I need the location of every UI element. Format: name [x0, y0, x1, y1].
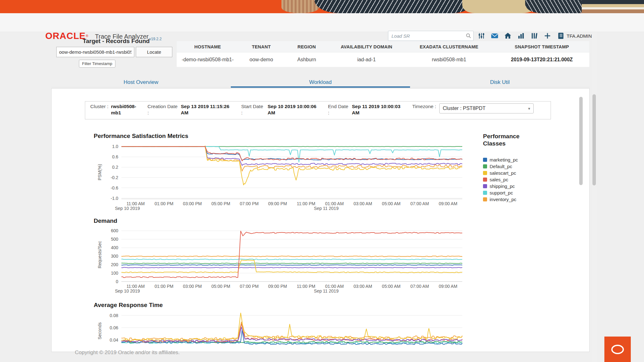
info-pair: Cluster :rwsbi0508-mb1 — [90, 103, 140, 119]
svg-text:11:00 AM: 11:00 AM — [126, 284, 145, 289]
svg-text:11:00 PM: 11:00 PM — [297, 201, 315, 206]
column-header: AVAILABILITY DOMAIN — [329, 44, 403, 49]
app-version: v19.2.2 — [149, 37, 161, 41]
column-header: SNAPSHOT TIMESTAMP — [494, 44, 589, 49]
card-scrollbar[interactable] — [579, 97, 583, 185]
svg-text:01:00 PM: 01:00 PM — [155, 201, 174, 206]
svg-text:400: 400 — [111, 245, 119, 250]
svg-text:-1.0: -1.0 — [111, 196, 118, 201]
info-pair: Start Date :Sep 10 2019 10:00:06 AM — [241, 103, 320, 119]
info-label: End Date : — [328, 103, 350, 119]
tab-workload[interactable]: Workload — [231, 77, 410, 87]
svg-text:07:00 PM: 07:00 PM — [240, 284, 259, 289]
info-label: Cluster : — [90, 103, 109, 119]
svg-text:PSM(%): PSM(%) — [97, 164, 102, 180]
table-cell: rwsbi0508-mb1 — [404, 57, 495, 63]
workload-panel: Cluster :rwsbi0508-mb1Creation Date :Sep… — [51, 88, 590, 352]
svg-text:05:00 AM: 05:00 AM — [382, 284, 401, 289]
timezone-select[interactable]: Cluster : PST8PDT ▾ — [439, 103, 534, 113]
mail-icon[interactable] — [491, 32, 499, 40]
svg-text:05:00 PM: 05:00 PM — [211, 201, 230, 206]
psm-chart-plot: 1.00.60.2-0.2-0.6-1.011:00 AM01:00 PM03:… — [86, 140, 495, 211]
svg-text:600: 600 — [111, 228, 119, 233]
demand-chart-plot: 600500400300200100011:00 AM01:00 PM03:00… — [86, 226, 495, 293]
table-cell: Ashburn — [284, 57, 329, 63]
svg-text:07:00 AM: 07:00 AM — [410, 201, 429, 206]
chevron-down-icon: ▾ — [528, 106, 530, 111]
load-sr-search[interactable] — [388, 31, 474, 41]
svg-text:03:00 PM: 03:00 PM — [183, 284, 202, 289]
library-columns-icon[interactable] — [530, 32, 538, 40]
target-input[interactable] — [56, 47, 134, 57]
svg-text:03:00 PM: 03:00 PM — [183, 201, 202, 206]
banner-artwork — [582, 0, 644, 13]
filter-timestamp-button[interactable]: Filter Timestamp — [79, 60, 115, 68]
header-toolbar — [477, 32, 565, 40]
svg-text:Sep 11 2019: Sep 11 2019 — [314, 288, 339, 293]
svg-text:05:00 AM: 05:00 AM — [382, 201, 401, 206]
copyright: Copyright © 2019 Oracle and/or its affil… — [75, 349, 180, 356]
svg-text:11:00 AM: 11:00 AM — [126, 201, 145, 206]
svg-text:0: 0 — [116, 279, 118, 284]
bar-chart-icon[interactable] — [517, 32, 525, 40]
svg-text:07:00 PM: 07:00 PM — [240, 201, 259, 206]
column-header: REGION — [284, 44, 329, 49]
filter-sliders-icon[interactable] — [477, 32, 486, 40]
oracle-logo-text: ORACLE — [45, 31, 86, 41]
cluster-info-pairs: Cluster :rwsbi0508-mb1Creation Date :Sep… — [90, 103, 412, 119]
oracle-chat-icon — [609, 343, 626, 356]
svg-text:200: 200 — [111, 262, 119, 267]
timezone-label: Timezone : — [412, 103, 437, 119]
home-icon[interactable] — [504, 32, 512, 40]
table-cell: -demo-rwsbi0508-mb1- — [177, 57, 239, 63]
page-scrollbar[interactable] — [592, 32, 597, 362]
svg-text:-0.2: -0.2 — [111, 175, 118, 180]
add-icon[interactable] — [543, 32, 552, 40]
svg-text:01:00 PM: 01:00 PM — [155, 284, 174, 289]
journal-icon[interactable] — [557, 32, 565, 40]
chart-title: Demand — [94, 217, 117, 224]
locate-button[interactable]: Locate — [136, 47, 172, 57]
svg-text:01:00 AM: 01:00 AM — [325, 284, 344, 289]
banner-artwork — [281, 0, 319, 13]
info-pair: End Date :Sep 11 2019 10:00:03 AM — [328, 103, 405, 119]
svg-text:0.2: 0.2 — [112, 165, 119, 170]
info-value: rwsbi0508-mb1 — [111, 103, 140, 119]
timezone-value: Cluster : PST8PDT — [443, 106, 486, 111]
user-menu[interactable]: TFA.ADMIN▾ — [567, 33, 596, 39]
svg-text:Sep 11 2019: Sep 11 2019 — [314, 206, 339, 211]
svg-text:100: 100 — [111, 271, 119, 276]
search-input[interactable] — [388, 31, 463, 41]
records-table: HOSTNAMETENANTREGIONAVAILABILITY DOMAINE… — [177, 41, 589, 67]
svg-text:11:00 PM: 11:00 PM — [297, 284, 315, 289]
chart-title: Performance Satisfaction Metrics — [94, 133, 188, 140]
svg-text:09:00 PM: 09:00 PM — [268, 201, 287, 206]
svg-text:03:00 AM: 03:00 AM — [353, 201, 372, 206]
app-window: ORACLE® Trace File Analyzerv19.2.2 TFA.A… — [0, 0, 644, 362]
svg-text:Sep 10 2019: Sep 10 2019 — [115, 206, 140, 211]
chat-button[interactable] — [604, 337, 631, 362]
search-icon[interactable] — [465, 33, 472, 39]
svg-text:500: 500 — [111, 237, 119, 242]
svg-text:0.6: 0.6 — [112, 154, 119, 159]
psm-chart: Performance Satisfaction Metrics 1.00.60… — [86, 129, 495, 214]
table-header-row: HOSTNAMETENANTREGIONAVAILABILITY DOMAINE… — [177, 41, 589, 52]
table-cell: iad-ad-1 — [329, 57, 403, 63]
banner-artwork — [314, 0, 472, 13]
svg-text:300: 300 — [111, 254, 119, 259]
user-name: TFA.ADMIN — [567, 33, 592, 39]
column-header: HOSTNAME — [177, 44, 239, 49]
svg-text:-0.6: -0.6 — [111, 185, 118, 190]
column-header: TENANT — [239, 44, 284, 49]
top-banner — [0, 0, 644, 13]
info-label: Creation Date : — [147, 103, 179, 119]
tab-host-overview[interactable]: Host Overview — [51, 77, 231, 87]
app-header: ORACLE® Trace File Analyzerv19.2.2 TFA.A… — [0, 13, 644, 32]
tab-disk-util[interactable]: Disk Util — [410, 77, 590, 87]
banner-artwork — [525, 0, 591, 13]
oracle-logo: ORACLE® — [45, 31, 88, 41]
table-row[interactable]: -demo-rwsbi0508-mb1-oow-demoAshburniad-a… — [177, 52, 589, 67]
svg-text:09:00 PM: 09:00 PM — [268, 284, 287, 289]
page-scrollbar-thumb[interactable] — [592, 94, 596, 185]
registered-mark: ® — [86, 34, 88, 38]
